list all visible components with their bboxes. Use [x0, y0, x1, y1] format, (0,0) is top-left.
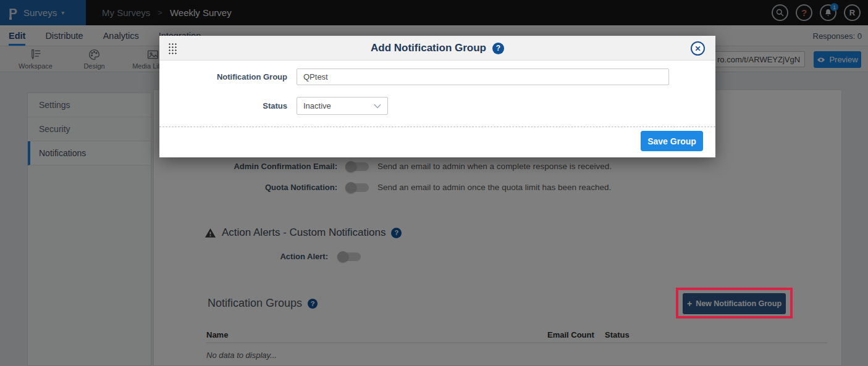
save-group-button[interactable]: Save Group [641, 131, 703, 151]
drag-handle-icon[interactable] [167, 42, 177, 54]
modal-title-group: Add Notification Group ? [371, 36, 504, 60]
notification-group-name-input[interactable] [297, 69, 669, 85]
close-icon[interactable]: ✕ [691, 41, 705, 56]
chevron-down-icon [374, 104, 381, 109]
modal-header: Add Notification Group ? ✕ [159, 36, 715, 60]
add-notification-group-modal: Add Notification Group ? ✕ Notification … [159, 36, 715, 157]
app-root: P Surveys ▾ My Surveys > Weekly Survey ?… [0, 0, 868, 366]
status-field-label: Status [159, 101, 287, 110]
notification-group-field-row: Notification Group [159, 69, 715, 85]
help-circle-icon[interactable]: ? [492, 43, 504, 54]
status-field-row: Status Inactive [159, 97, 715, 115]
modal-divider [159, 127, 715, 127]
status-select[interactable]: Inactive [297, 97, 388, 115]
notification-group-field-label: Notification Group [159, 72, 287, 81]
status-selected-value: Inactive [303, 101, 331, 110]
modal-title: Add Notification Group [371, 42, 486, 54]
annotation-highlight-box [676, 288, 793, 318]
